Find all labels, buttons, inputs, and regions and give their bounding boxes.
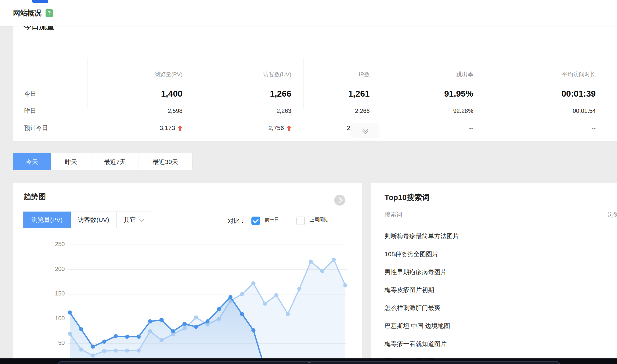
- search-term-column-header: 搜索词: [385, 211, 402, 219]
- col-header-pv: 浏览量(PV): [88, 70, 196, 79]
- cell-value: 92.28%: [383, 106, 485, 116]
- search-term-item[interactable]: 判断梅毒疹最简单方法图片: [385, 232, 459, 240]
- page-title: 网站概况: [13, 8, 41, 18]
- chevron-right-icon: [337, 197, 343, 203]
- divider: [13, 122, 617, 122]
- views-column-header: 浏览量: [608, 211, 617, 219]
- tab-visitors[interactable]: 访客数(UV): [70, 212, 117, 228]
- row-label: 今日: [13, 87, 88, 100]
- checkbox-previous-day[interactable]: [251, 217, 260, 225]
- expand-more-button[interactable]: [351, 123, 379, 138]
- page-header: 网站概况 ?: [0, 0, 617, 26]
- arrow-up-icon: [178, 125, 182, 131]
- search-term-item[interactable]: 巴基斯坦 中国 边境地图: [385, 322, 450, 330]
- search-term-item[interactable]: 男性早期疱疹病毒图片: [385, 268, 447, 276]
- cell-value: 00:01:39: [485, 87, 617, 100]
- compare-label: 对比：: [228, 217, 245, 225]
- tab-other-metrics[interactable]: 其它: [116, 212, 151, 228]
- arrow-up-icon: [287, 125, 291, 131]
- cell-value: 3,173: [88, 123, 196, 133]
- today-traffic-card: 今日流量 浏览量(PV) 访客数(UV) IP数 跳出率 平均访问时长 今日 1…: [13, 26, 617, 141]
- cell-value: --: [485, 123, 617, 133]
- tab-last-30-days[interactable]: 最近30天: [138, 153, 193, 170]
- traffic-table-header: 浏览量(PV) 访客数(UV) IP数 跳出率 平均访问时长: [13, 70, 617, 79]
- cell-value: 1,266: [196, 87, 303, 100]
- trend-chart-card: 趋势图 浏览量(PV) 访客数(UV) 其它 对比： 前一日 上周同期 250 …: [13, 183, 362, 364]
- trend-line-chart[interactable]: [13, 233, 362, 364]
- top-search-card: Top10搜索词 搜索词 浏览量 判断梅毒疹最简单方法图片 108种姿势全图图片…: [371, 183, 617, 364]
- col-header-bounce: 跳出率: [383, 70, 485, 79]
- cell-value: 2,263: [196, 106, 303, 116]
- chevron-double-down-icon: [363, 128, 368, 133]
- cell-value: 1,400: [88, 87, 196, 100]
- checkbox-same-period-last-week[interactable]: [296, 217, 305, 225]
- row-label: 预计今日: [13, 123, 88, 133]
- search-term-item[interactable]: 梅毒疹一看就知道图片: [385, 340, 447, 348]
- row-label: 昨日: [13, 106, 88, 116]
- cell-value: 2,756: [196, 123, 303, 133]
- help-icon[interactable]: ?: [46, 9, 53, 17]
- cell-value: --: [383, 123, 485, 133]
- cell-value: 91.95%: [383, 87, 485, 100]
- chevron-down-icon: [139, 216, 145, 222]
- active-nav-indicator: [32, 0, 48, 3]
- top-search-title: Top10搜索词: [385, 192, 430, 203]
- col-header-uv: 访客数(UV): [196, 70, 303, 79]
- cell-value: 2,266: [303, 106, 383, 116]
- table-row-today: 今日 1,400 1,266 1,261 91.95% 00:01:39: [13, 87, 617, 100]
- column-divider: [303, 58, 303, 109]
- tab-pageviews[interactable]: 浏览量(PV): [23, 212, 71, 228]
- bezel-notch: [308, 362, 311, 363]
- screen-bottom-bezel: [0, 358, 617, 364]
- checkbox-same-period-label[interactable]: 上周同期: [310, 217, 329, 223]
- metric-tabs: 浏览量(PV) 访客数(UV) 其它: [24, 212, 151, 228]
- column-divider: [88, 58, 88, 109]
- checkbox-previous-day-label[interactable]: 前一日: [265, 217, 279, 223]
- date-range-tabs: 今天 昨天 最近7天 最近30天: [13, 153, 193, 170]
- trend-chart-title: 趋势图: [24, 192, 46, 202]
- tab-other-label: 其它: [124, 216, 136, 224]
- table-row-yesterday: 昨日 2,598 2,263 2,266 92.28% 00:01:54: [13, 106, 617, 116]
- search-term-item[interactable]: 梅毒皮疹图片初期: [385, 286, 434, 294]
- tab-today[interactable]: 今天: [13, 153, 51, 170]
- cell-value: 1,261: [303, 87, 383, 100]
- expand-chart-button[interactable]: [334, 195, 345, 206]
- search-term-item[interactable]: 怎么样刺激肛门最爽: [385, 304, 440, 312]
- search-term-item[interactable]: 108种姿势全图图片: [385, 250, 438, 258]
- tab-last-7-days[interactable]: 最近7天: [91, 153, 138, 170]
- table-row-predicted: 预计今日 3,173 2,756 2,751 -- --: [13, 123, 617, 133]
- cell-value: 2,598: [88, 106, 196, 116]
- column-divider: [485, 58, 485, 109]
- column-divider: [196, 58, 196, 109]
- col-header-ip: IP数: [303, 70, 383, 79]
- column-divider: [383, 58, 383, 109]
- col-header-duration: 平均访问时长: [485, 70, 617, 79]
- tab-yesterday[interactable]: 昨天: [51, 153, 91, 170]
- cell-value: 00:01:54: [485, 106, 617, 116]
